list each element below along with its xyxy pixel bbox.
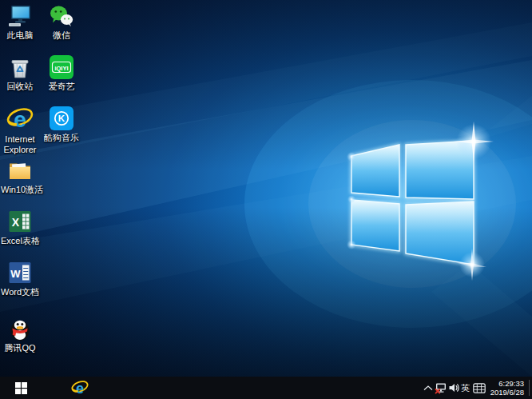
show-desktop-button[interactable] [529, 380, 532, 396]
tray-touch-keyboard[interactable] [472, 377, 486, 399]
desktop-icon-kugou-music[interactable]: K 酷狗音乐 [42, 106, 81, 143]
word-icon: W [7, 260, 33, 285]
ime-language-label: 英 [461, 382, 470, 394]
excel-logo-text: X [12, 216, 20, 229]
tray-clock[interactable]: 6:29:33 2019/6/28 [490, 379, 524, 397]
this-pc-icon [7, 3, 33, 29]
desktop-icon-recycle-bin[interactable]: 回收站 [1, 54, 39, 92]
recycle-bin-icon [7, 54, 33, 80]
clock-time: 6:29:33 [490, 379, 524, 388]
windows-logo-icon [15, 382, 27, 394]
kugou-logo-text: K [58, 114, 66, 123]
icon-label: 微信 [42, 30, 81, 41]
chevron-up-icon [423, 385, 433, 391]
icon-label: 回收站 [1, 82, 39, 92]
clock-date: 2019/6/28 [490, 388, 524, 397]
desktop-icon-internet-explorer[interactable]: e Internet Explorer [1, 106, 39, 154]
desktop-icon-tencent-qq[interactable]: 腾讯QQ [1, 316, 39, 353]
folder-icon [7, 158, 33, 183]
tray-network-status[interactable] [435, 377, 447, 399]
iqiyi-logo-text: iQIYI [54, 65, 68, 72]
icon-label: 腾讯QQ [1, 343, 39, 353]
keyboard-icon [473, 383, 486, 393]
tray-volume[interactable] [447, 377, 460, 399]
icon-label-line1: Internet [1, 134, 39, 145]
excel-icon: X [7, 209, 33, 234]
desktop-icon-wechat[interactable]: 微信 [42, 3, 81, 41]
ie-logo-text: e [14, 107, 26, 132]
network-disconnected-icon [435, 382, 447, 394]
icon-label-line2: Explorer [1, 145, 39, 155]
icon-label: Word文档 [1, 287, 39, 297]
windows-desktop: 此电脑 微信 回收站 iQIYI [0, 0, 532, 399]
desktop-icon-iqiyi[interactable]: iQIYI 爱奇艺 [42, 54, 81, 92]
icon-label: Win10激活 [1, 185, 39, 195]
internet-explorer-icon: e [71, 379, 89, 397]
icon-label: Excel表格 [1, 236, 39, 246]
desktop-icon-excel[interactable]: X Excel表格 [1, 209, 39, 246]
kugou-music-icon: K [49, 106, 74, 131]
desktop-icon-this-pc[interactable]: 此电脑 [1, 3, 39, 41]
desktop-icon-word[interactable]: W Word文档 [1, 260, 39, 297]
wechat-icon [49, 3, 74, 29]
tray-show-hidden-icons[interactable] [422, 377, 434, 399]
desktop-icon-win10-activation[interactable]: Win10激活 [1, 158, 39, 195]
tray-ime-indicator[interactable]: 英 [459, 377, 471, 399]
start-button[interactable] [8, 377, 34, 399]
speaker-icon [448, 382, 460, 393]
taskbar-ie-button[interactable]: e [64, 377, 96, 399]
taskbar: e [0, 377, 532, 399]
internet-explorer-icon: e [6, 106, 34, 133]
word-logo-text: W [10, 268, 21, 280]
qq-penguin-icon [7, 316, 33, 341]
icon-label: 此电脑 [1, 30, 39, 41]
ie-logo-text: e [76, 381, 84, 397]
icon-label: 爱奇艺 [42, 82, 81, 92]
iqiyi-icon: iQIYI [49, 54, 74, 80]
icon-label: 酷狗音乐 [42, 133, 81, 143]
